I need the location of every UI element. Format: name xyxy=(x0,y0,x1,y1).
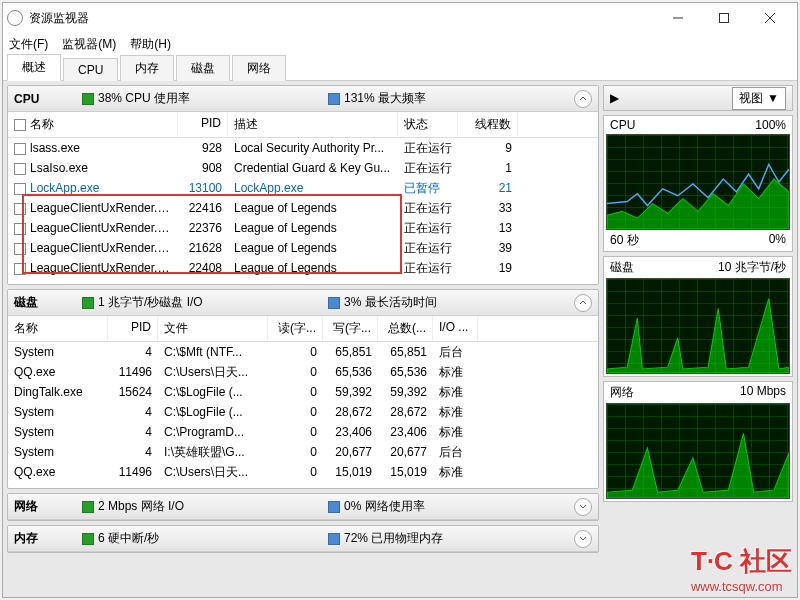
checkbox-icon[interactable] xyxy=(14,143,26,155)
charts-header: ▶ 视图▼ xyxy=(603,85,793,111)
table-row[interactable]: LeagueClientUxRender.exe22376League of L… xyxy=(8,218,598,238)
minimize-button[interactable] xyxy=(655,3,701,33)
chart-canvas xyxy=(606,403,790,499)
chart-title: CPU xyxy=(610,118,635,132)
svg-marker-5 xyxy=(607,299,789,373)
cpu-chart: CPU100% 60 秒0% xyxy=(603,115,793,252)
table-row[interactable]: System4C:\$LogFile (...028,67228,672标准 xyxy=(8,402,598,422)
tab-memory[interactable]: 内存 xyxy=(120,55,174,81)
col-threads[interactable]: 线程数 xyxy=(458,112,518,137)
checkbox-icon[interactable] xyxy=(14,263,26,275)
memory-panel: 内存 6 硬中断/秒 72% 已用物理内存 xyxy=(7,525,599,553)
cpu-panel-header[interactable]: CPU 38% CPU 使用率 131% 最大频率 xyxy=(8,86,598,112)
col-io[interactable]: I/O ... xyxy=(433,316,478,341)
disk-table[interactable]: 名称 PID 文件 读(字... 写(字... 总数(... I/O ... S… xyxy=(8,316,598,488)
table-row[interactable]: System4C:\ProgramD...023,40623,406标准 xyxy=(8,422,598,442)
chart-min: 0% xyxy=(769,232,786,249)
col-status[interactable]: 状态 xyxy=(398,112,458,137)
col-total[interactable]: 总数(... xyxy=(378,316,433,341)
square-icon xyxy=(82,297,94,309)
col-file[interactable]: 文件 xyxy=(158,316,268,341)
col-name[interactable]: 名称 xyxy=(8,316,108,341)
network-panel-header[interactable]: 网络 2 Mbps 网络 I/O 0% 网络使用率 xyxy=(8,494,598,520)
window-controls xyxy=(655,3,793,33)
table-row[interactable]: LeagueClientUxRender.exe21628League of L… xyxy=(8,238,598,258)
content-area: CPU 38% CPU 使用率 131% 最大频率 名称 PID 描述 状态 线… xyxy=(3,81,797,597)
expand-icon[interactable] xyxy=(574,498,592,516)
table-row[interactable]: LockApp.exe13100LockApp.exe已暂停21 xyxy=(8,178,598,198)
disk-table-header: 名称 PID 文件 读(字... 写(字... 总数(... I/O ... xyxy=(8,316,598,342)
square-icon xyxy=(328,93,340,105)
checkbox-icon[interactable] xyxy=(14,163,26,175)
tab-network[interactable]: 网络 xyxy=(232,55,286,81)
square-icon xyxy=(82,93,94,105)
chevron-right-icon[interactable]: ▶ xyxy=(610,91,619,105)
tab-overview[interactable]: 概述 xyxy=(7,54,61,81)
svg-marker-6 xyxy=(607,433,789,498)
disk-chart: 磁盘10 兆字节/秒 xyxy=(603,256,793,377)
mem-stat-faults: 6 硬中断/秒 xyxy=(82,530,320,547)
table-row[interactable]: LsaIso.exe908Credential Guard & Key Gu..… xyxy=(8,158,598,178)
menu-monitor[interactable]: 监视器(M) xyxy=(62,36,116,53)
table-row[interactable]: System4I:\英雄联盟\G...020,67720,677后台 xyxy=(8,442,598,462)
network-panel-title: 网络 xyxy=(14,498,74,515)
chart-canvas xyxy=(606,278,790,374)
col-name[interactable]: 名称 xyxy=(8,112,178,137)
cpu-table[interactable]: 名称 PID 描述 状态 线程数 lsass.exe928Local Secur… xyxy=(8,112,598,284)
collapse-icon[interactable] xyxy=(574,294,592,312)
table-row[interactable]: LeagueClientUxRender.exe22416League of L… xyxy=(8,198,598,218)
close-button[interactable] xyxy=(747,3,793,33)
memory-panel-header[interactable]: 内存 6 硬中断/秒 72% 已用物理内存 xyxy=(8,526,598,552)
titlebar: 资源监视器 xyxy=(3,3,797,33)
col-pid[interactable]: PID xyxy=(178,112,228,137)
disk-stat-active: 3% 最长活动时间 xyxy=(328,294,566,311)
checkbox-icon[interactable] xyxy=(14,183,26,195)
dropdown-arrow-icon: ▼ xyxy=(767,91,779,105)
svg-rect-1 xyxy=(720,14,729,23)
disk-panel: 磁盘 1 兆字节/秒磁盘 I/O 3% 最长活动时间 名称 PID 文件 读(字… xyxy=(7,289,599,489)
tab-bar: 概述 CPU 内存 磁盘 网络 xyxy=(3,55,797,81)
collapse-icon[interactable] xyxy=(574,90,592,108)
table-row[interactable]: QQ.exe11496C:\Users\日天...065,53665,536标准 xyxy=(8,362,598,382)
net-stat-usage: 0% 网络使用率 xyxy=(328,498,566,515)
cpu-panel: CPU 38% CPU 使用率 131% 最大频率 名称 PID 描述 状态 线… xyxy=(7,85,599,285)
cpu-stat-usage: 38% CPU 使用率 xyxy=(82,90,320,107)
disk-stat-io: 1 兆字节/秒磁盘 I/O xyxy=(82,294,320,311)
menu-file[interactable]: 文件(F) xyxy=(9,36,48,53)
chart-xlabel: 60 秒 xyxy=(610,232,639,249)
checkbox-icon[interactable] xyxy=(14,119,26,131)
table-row[interactable]: DingTalk.exe15624C:\$LogFile (...059,392… xyxy=(8,382,598,402)
col-read[interactable]: 读(字... xyxy=(268,316,323,341)
checkbox-icon[interactable] xyxy=(14,243,26,255)
table-row[interactable]: System4C:\$Mft (NTF...065,85165,851后台 xyxy=(8,342,598,362)
app-icon xyxy=(7,10,23,26)
menu-help[interactable]: 帮助(H) xyxy=(130,36,171,53)
col-desc[interactable]: 描述 xyxy=(228,112,398,137)
right-column: ▶ 视图▼ CPU100% 60 秒0% 磁盘10 兆字节/秒 xyxy=(603,85,793,593)
checkbox-icon[interactable] xyxy=(14,223,26,235)
maximize-button[interactable] xyxy=(701,3,747,33)
square-icon xyxy=(82,533,94,545)
app-window: 资源监视器 文件(F) 监视器(M) 帮助(H) 概述 CPU 内存 磁盘 网络… xyxy=(2,2,798,598)
view-dropdown[interactable]: 视图▼ xyxy=(732,87,786,110)
col-write[interactable]: 写(字... xyxy=(323,316,378,341)
tab-disk[interactable]: 磁盘 xyxy=(176,55,230,81)
disk-panel-title: 磁盘 xyxy=(14,294,74,311)
table-row[interactable]: LeagueClientUxRender.exe22408League of L… xyxy=(8,258,598,278)
chart-max: 10 兆字节/秒 xyxy=(718,259,786,276)
col-pid[interactable]: PID xyxy=(108,316,158,341)
cpu-stat-freq: 131% 最大频率 xyxy=(328,90,566,107)
menu-bar: 文件(F) 监视器(M) 帮助(H) xyxy=(3,33,797,55)
chart-max: 10 Mbps xyxy=(740,384,786,401)
expand-icon[interactable] xyxy=(574,530,592,548)
disk-panel-header[interactable]: 磁盘 1 兆字节/秒磁盘 I/O 3% 最长活动时间 xyxy=(8,290,598,316)
square-icon xyxy=(328,501,340,513)
table-row[interactable]: QQ.exe11496C:\Users\日天...015,01915,019标准 xyxy=(8,462,598,482)
chart-max: 100% xyxy=(755,118,786,132)
left-column: CPU 38% CPU 使用率 131% 最大频率 名称 PID 描述 状态 线… xyxy=(7,85,599,593)
net-stat-io: 2 Mbps 网络 I/O xyxy=(82,498,320,515)
table-row[interactable]: lsass.exe928Local Security Authority Pr.… xyxy=(8,138,598,158)
checkbox-icon[interactable] xyxy=(14,203,26,215)
chart-canvas xyxy=(606,134,790,230)
tab-cpu[interactable]: CPU xyxy=(63,58,118,81)
